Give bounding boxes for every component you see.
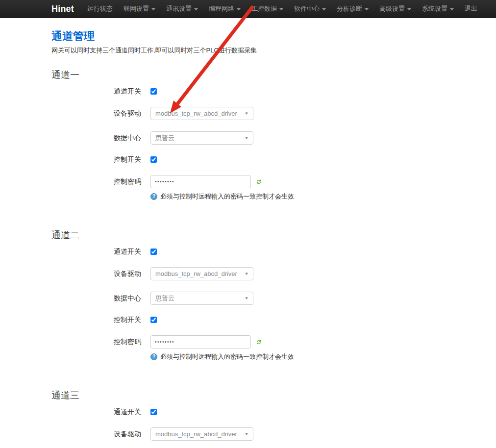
refresh-icon[interactable] [255,339,262,346]
field-row-device-driver: 设备驱动 modbus_tcp_rw_abcd_driver ▼ [51,267,496,280]
chevron-down-icon [151,8,155,10]
page-subtitle: 网关可以同时支持三个通道同时工作,即可以同时对三个PLC进行数据采集 [51,46,496,55]
nav-item-advanced-settings[interactable]: 高级设置 [374,0,417,18]
section-title: 通道一 [51,70,496,80]
brand-logo[interactable]: Hinet [51,4,74,14]
field-row-channel-switch: 通道开关 [51,408,496,416]
field-label: 通道开关 [114,408,150,416]
field-label: 数据中心 [114,131,150,145]
password-help: ? 必须与控制时远程输入的密码一致控制才会生效 [150,192,294,201]
nav-item-label: 通讯设置 [166,4,192,13]
field-row-control-switch: 控制开关 [51,316,496,324]
field-label: 数据中心 [114,292,150,305]
nav-item-label: 高级设置 [379,4,405,13]
channel-switch-checkbox[interactable] [150,409,157,415]
field-label: 设备驱动 [114,267,150,280]
password-line [150,175,294,188]
chevron-down-icon [237,8,241,10]
chevron-down-icon: ▼ [244,432,249,436]
channel-section-1: 通道一 通道开关 设备驱动 modbus_tcp_rw_abcd_driver … [51,70,496,201]
select-value: modbus_tcp_rw_abcd_driver [155,430,237,438]
field-label: 设备驱动 [114,427,150,441]
field-label: 通道开关 [114,88,150,95]
nav-item-analysis-diagnosis[interactable]: 分析诊断 [331,0,374,18]
nav-item-label: 退出 [465,4,477,13]
control-switch-checkbox[interactable] [150,156,157,163]
refresh-icon[interactable] [255,178,262,185]
field-label: 设备驱动 [114,107,150,120]
control-password-input[interactable] [150,335,251,348]
field-label: 通道开关 [114,248,150,255]
nav-item-comm-settings[interactable]: 通讯设置 [161,0,203,18]
password-help-text: 必须与控制时远程输入的密码一致控制才会生效 [160,352,294,361]
field-label: 控制密码 [114,335,150,348]
channel-section-3: 通道三 通道开关 设备驱动 modbus_tcp_rw_abcd_driver … [51,390,496,441]
top-navbar: Hinet 运行状态 联网设置 通讯设置 编程网络 工控数据 软件中心 分析诊断 [0,0,496,18]
field-label: 控制开关 [114,316,150,324]
nav-item-software-center[interactable]: 软件中心 [289,0,331,18]
field-row-control-switch: 控制开关 [51,156,496,163]
nav-item-label: 系统设置 [422,4,447,13]
data-center-select[interactable]: 思普云 ▼ [150,131,253,145]
page: Hinet 运行状态 联网设置 通讯设置 编程网络 工控数据 软件中心 分析诊断 [0,0,496,448]
nav-item-label: 运行状态 [87,4,113,13]
nav-item-programming-network[interactable]: 编程网络 [203,0,246,18]
chevron-down-icon: ▼ [244,111,249,116]
field-row-data-center: 数据中心 思普云 ▼ [51,131,496,145]
control-switch-checkbox[interactable] [150,317,157,323]
help-icon: ? [150,193,157,200]
nav-item-industrial-data[interactable]: 工控数据 [246,0,289,18]
chevron-down-icon: ▼ [244,296,249,300]
device-driver-select[interactable]: modbus_tcp_rw_abcd_driver ▼ [150,107,253,120]
section-title: 通道二 [51,230,496,240]
chevron-down-icon: ▼ [244,136,249,140]
password-field-stack: ? 必须与控制时远程输入的密码一致控制才会生效 [150,335,294,361]
password-help: ? 必须与控制时远程输入的密码一致控制才会生效 [150,352,294,361]
nav-item-logout[interactable]: 退出 [459,0,483,18]
field-row-channel-switch: 通道开关 [51,248,496,255]
select-value: 思普云 [155,134,174,143]
chevron-down-icon [279,8,283,10]
page-title: 通道管理 [51,31,496,42]
device-driver-select[interactable]: modbus_tcp_rw_abcd_driver ▼ [150,427,253,441]
nav-item-label: 工控数据 [251,4,277,13]
chevron-down-icon [365,8,369,10]
chevron-down-icon [407,8,411,10]
chevron-down-icon: ▼ [244,272,249,276]
field-row-control-password: 控制密码 ? 必须与控制时远程输入的密码一致控制才会生效 [51,335,496,361]
nav-item-label: 编程网络 [209,4,234,13]
data-center-select[interactable]: 思普云 ▼ [150,292,253,305]
password-line [150,335,294,348]
select-value: modbus_tcp_rw_abcd_driver [155,110,237,117]
help-icon: ? [150,353,157,360]
nav-item-label: 软件中心 [294,4,320,13]
nav-item-label: 联网设置 [124,4,149,13]
field-row-device-driver: 设备驱动 modbus_tcp_rw_abcd_driver ▼ [51,427,496,441]
select-value: modbus_tcp_rw_abcd_driver [155,270,237,277]
chevron-down-icon [322,8,326,10]
field-row-data-center: 数据中心 思普云 ▼ [51,292,496,305]
chevron-down-icon [194,8,198,10]
channel-switch-checkbox[interactable] [150,249,157,255]
channel-switch-checkbox[interactable] [150,88,157,95]
main-content: 通道管理 网关可以同时支持三个通道同时工作,即可以同时对三个PLC进行数据采集 … [0,18,496,441]
nav-item-run-status[interactable]: 运行状态 [82,0,118,18]
field-row-channel-switch: 通道开关 [51,88,496,95]
chevron-down-icon [450,8,454,10]
device-driver-select[interactable]: modbus_tcp_rw_abcd_driver ▼ [150,267,253,280]
field-row-device-driver: 设备驱动 modbus_tcp_rw_abcd_driver ▼ [51,107,496,120]
nav-item-label: 分析诊断 [337,4,362,13]
nav-item-system-settings[interactable]: 系统设置 [417,0,459,18]
password-field-stack: ? 必须与控制时远程输入的密码一致控制才会生效 [150,175,294,201]
password-help-text: 必须与控制时远程输入的密码一致控制才会生效 [160,192,294,201]
select-value: 思普云 [155,294,174,303]
nav-item-network-settings[interactable]: 联网设置 [118,0,161,18]
control-password-input[interactable] [150,175,251,188]
field-label: 控制开关 [114,156,150,163]
field-label: 控制密码 [114,175,150,188]
field-row-control-password: 控制密码 ? 必须与控制时远程输入的密码一致控制才会生效 [51,175,496,201]
section-title: 通道三 [51,390,496,400]
channel-section-2: 通道二 通道开关 设备驱动 modbus_tcp_rw_abcd_driver … [51,230,496,361]
